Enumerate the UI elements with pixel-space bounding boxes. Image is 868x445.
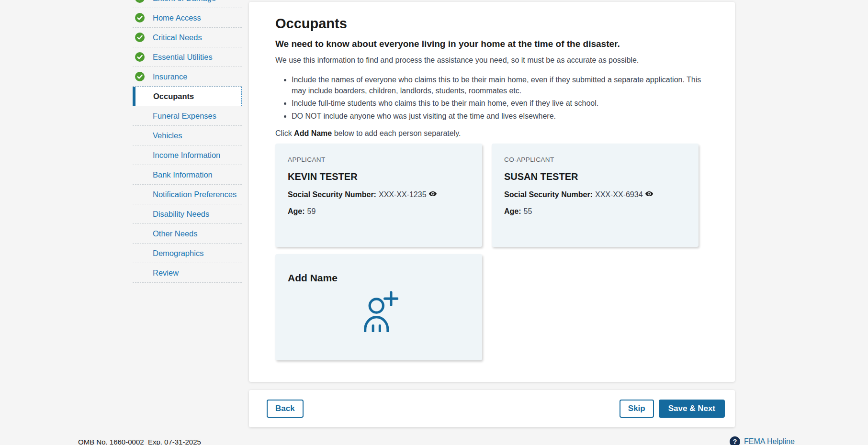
nav-item-label: Bank Information <box>153 170 213 179</box>
ssn-label: Social Security Number: <box>504 190 593 199</box>
check-icon <box>135 13 145 22</box>
page-title: Occupants <box>275 16 709 32</box>
nav-item-disability-needs[interactable]: Disability Needs <box>133 204 242 224</box>
add-name-label: Add Name <box>288 272 470 284</box>
nav-item-bank-information[interactable]: Bank Information <box>133 165 242 185</box>
check-icon <box>135 72 145 81</box>
nav-item-funeral-expenses[interactable]: Funeral Expenses <box>133 106 242 126</box>
check-icon <box>135 33 145 42</box>
save-next-button[interactable]: Save & Next <box>659 400 725 418</box>
occupant-card-applicant: APPLICANT KEVIN TESTER Social Security N… <box>275 144 482 247</box>
helpline-label: FEMA Helpline <box>744 437 795 445</box>
nav-item-insurance[interactable]: Insurance <box>133 67 242 87</box>
age-row: Age: 55 <box>504 207 686 216</box>
add-name-instruction: Click Add Name below to add each person … <box>275 129 709 138</box>
bullet-item: Include the names of everyone who claims… <box>292 74 709 96</box>
nav-item-label: Critical Needs <box>153 33 202 42</box>
nav-item-vehicles[interactable]: Vehicles <box>133 126 242 145</box>
check-icon <box>135 0 145 3</box>
nav-item-extent-of-damage[interactable]: Extent of Damage <box>133 0 242 8</box>
ssn-label: Social Security Number: <box>288 190 376 199</box>
instruction-bold: Add Name <box>294 129 332 137</box>
nav-item-occupants[interactable]: Occupants <box>133 87 242 106</box>
role-label: APPLICANT <box>288 156 470 163</box>
question-icon: ? <box>730 436 740 445</box>
ssn-row: Social Security Number: XXX-XX-1235 <box>288 189 470 200</box>
role-label: CO-APPLICANT <box>504 156 686 163</box>
nav-item-demographics[interactable]: Demographics <box>133 244 242 263</box>
footer-action-bar: Back Skip Save & Next <box>249 390 735 427</box>
nav-item-label: Review <box>153 268 179 278</box>
ssn-value: XXX-XX-1235 <box>379 190 427 199</box>
nav-item-label: Other Needs <box>153 229 198 238</box>
nav-item-label: Vehicles <box>153 131 182 140</box>
nav-item-home-access[interactable]: Home Access <box>133 8 242 28</box>
check-icon <box>135 52 145 62</box>
omb-number: OMB No. 1660-0002 Exp. 07-31-2025 <box>78 438 201 445</box>
nav-item-label: Insurance <box>153 72 187 81</box>
nav-item-notification-preferences[interactable]: Notification Preferences <box>133 185 242 204</box>
bullet-item: Include full-time students who claims th… <box>292 98 709 109</box>
age-label: Age: <box>288 207 305 216</box>
main-card: Occupants We need to know about everyone… <box>249 2 735 382</box>
progress-nav: Extent of Damage Home Access Critical Ne… <box>133 0 242 283</box>
person-add-icon <box>288 290 470 334</box>
nav-item-label: Funeral Expenses <box>153 111 216 121</box>
nav-item-essential-utilities[interactable]: Essential Utilities <box>133 47 242 67</box>
nav-item-label: Demographics <box>153 249 203 258</box>
page-description: We use this information to find and proc… <box>275 56 709 65</box>
back-button[interactable]: Back <box>267 400 304 418</box>
ssn-row: Social Security Number: XXX-XX-6934 <box>504 189 686 200</box>
skip-button[interactable]: Skip <box>620 400 654 418</box>
nav-item-income-information[interactable]: Income Information <box>133 145 242 165</box>
age-row: Age: 59 <box>288 207 470 216</box>
nav-item-critical-needs[interactable]: Critical Needs <box>133 28 242 47</box>
age-value: 59 <box>307 207 316 216</box>
nav-item-label: Occupants <box>153 92 194 101</box>
nav-item-review[interactable]: Review <box>133 263 242 283</box>
page-subtitle: We need to know about everyone living in… <box>275 39 709 49</box>
fema-helpline-link[interactable]: ? FEMA Helpline <box>730 436 795 445</box>
nav-item-other-needs[interactable]: Other Needs <box>133 224 242 244</box>
nav-item-label: Disability Needs <box>153 210 209 219</box>
add-name-card[interactable]: Add Name <box>275 254 482 360</box>
occupant-name: KEVIN TESTER <box>288 171 470 182</box>
age-value: 55 <box>524 207 532 216</box>
bullet-item: DO NOT include anyone who was just visit… <box>292 111 709 122</box>
nav-item-label: Extent of Damage <box>153 0 216 3</box>
instruction-suffix: below to add each person separately. <box>332 129 461 137</box>
nav-item-label: Essential Utilities <box>153 53 213 62</box>
nav-item-label: Home Access <box>153 13 201 22</box>
nav-item-label: Notification Preferences <box>153 190 237 199</box>
eye-icon[interactable] <box>428 189 437 200</box>
nav-item-label: Income Information <box>153 151 220 160</box>
occupant-card-co-applicant: CO-APPLICANT SUSAN TESTER Social Securit… <box>492 144 699 247</box>
age-label: Age: <box>504 207 521 216</box>
occupant-cards-row: APPLICANT KEVIN TESTER Social Security N… <box>275 144 709 247</box>
instruction-prefix: Click <box>275 129 294 137</box>
occupants-instructions-list: Include the names of everyone who claims… <box>275 74 709 122</box>
eye-icon[interactable] <box>645 189 654 200</box>
ssn-value: XXX-XX-6934 <box>595 190 643 199</box>
occupant-name: SUSAN TESTER <box>504 171 686 182</box>
